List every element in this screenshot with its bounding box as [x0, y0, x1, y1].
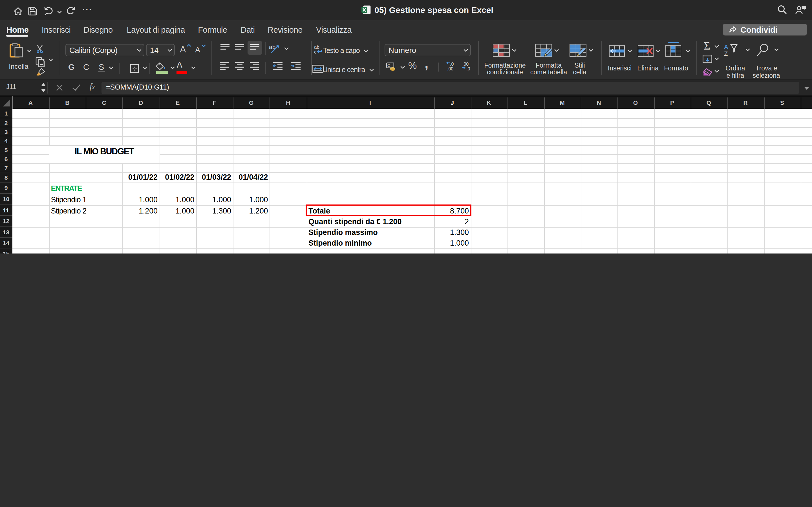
svg-text:,0: ,0 [450, 62, 454, 66]
svg-text:,00: ,00 [447, 66, 453, 71]
svg-text:C: C [388, 63, 390, 68]
svg-text:c: c [314, 49, 317, 54]
svg-text:,00: ,00 [462, 62, 469, 66]
svg-text:A: A [724, 43, 728, 50]
svg-text:Z: Z [724, 50, 728, 56]
